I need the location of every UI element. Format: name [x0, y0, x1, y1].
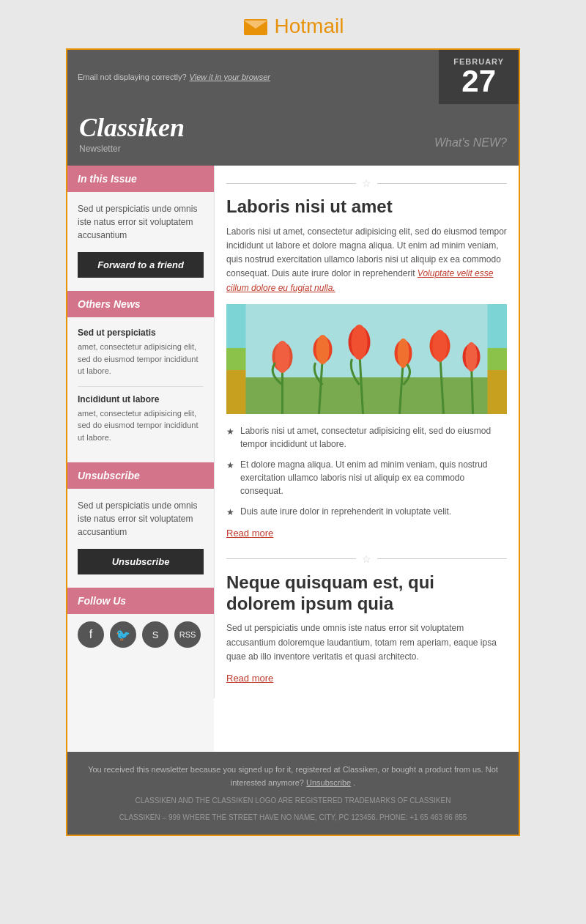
tulip-svg — [226, 304, 507, 414]
sidebar-in-this-issue-text: Sed ut perspiciatis unde omnis iste natu… — [78, 202, 204, 242]
date-day: 27 — [461, 66, 496, 97]
top-bar: Email not displaying correctly? View it … — [67, 50, 519, 104]
footer-trademark-1: CLASSIKEN AND THE CLASSIKEN LOGO ARE REG… — [82, 795, 504, 806]
bullet-text-1: Laboris nisi ut amet, consectetur adipis… — [240, 424, 507, 451]
bullet-item-3: ★ Duis aute irure dolor in reprehenderit… — [226, 505, 507, 519]
tulip-image — [226, 304, 507, 414]
article-1-bullets: ★ Laboris nisi ut amet, consectetur adip… — [226, 424, 507, 519]
footer-trademark-2: CLASSIKEN – 999 WHERE THE STREET HAVE NO… — [82, 812, 504, 823]
hotmail-logo-icon — [242, 16, 269, 37]
article-2-read-more[interactable]: Read more — [226, 673, 273, 684]
article-divider-1: ☆ — [226, 177, 507, 189]
bullet-text-3: Duis aute irure dolor in reprehenderit i… — [240, 505, 451, 519]
email-container: Email not displaying correctly? View it … — [66, 48, 520, 836]
footer-unsubscribe-link[interactable]: Unsubscribe — [306, 778, 351, 787]
email-footer: You received this newsletter because you… — [67, 752, 519, 835]
brand-subtitle: Newsletter — [79, 144, 185, 154]
sidebar-unsubscribe-content: Sed ut perspiciatis unde omnis iste natu… — [67, 489, 214, 588]
sidebar: In this Issue Sed ut perspiciatis unde o… — [67, 166, 214, 752]
sidebar-news-body-2: amet, consectetur adipisicing elit, sed … — [78, 407, 204, 444]
sidebar-divider-1 — [78, 386, 204, 387]
date-box: FEBRUARY 27 — [439, 50, 519, 104]
sidebar-unsubscribe-header: Unsubscribe — [67, 462, 214, 489]
whats-new: What's NEW? — [434, 136, 507, 154]
svg-point-22 — [466, 342, 478, 372]
sidebar-news-body-1: amet, consectetur adipisicing elit, sed … — [78, 341, 204, 377]
brand-info: Classiken Newsletter — [79, 114, 185, 154]
bullet-star-2: ★ — [226, 459, 234, 498]
bullet-star-1: ★ — [226, 425, 234, 451]
article-divider-2: ☆ — [226, 553, 507, 565]
svg-point-12 — [275, 341, 290, 373]
divider-line-left-1 — [226, 183, 356, 184]
svg-point-16 — [352, 325, 368, 360]
forward-to-friend-button[interactable]: Forward to a friend — [78, 252, 204, 278]
bullet-item-2: ★ Et dolore magna aliqua. Ut enim ad min… — [226, 458, 507, 498]
unsubscribe-button[interactable]: Unsubscribe — [78, 549, 204, 574]
divider-line-right-2 — [377, 558, 507, 559]
article-1-body: Laboris nisi ut amet, consectetur adipis… — [226, 225, 507, 295]
sidebar-in-this-issue-content: Sed ut perspiciatis unde omnis iste natu… — [67, 192, 214, 291]
divider-star-2: ☆ — [362, 553, 371, 565]
footer-main-text: You received this newsletter because you… — [82, 764, 504, 789]
article-1-title: Laboris nisi ut amet — [226, 196, 507, 218]
view-in-browser-link[interactable]: View it in your browser — [190, 73, 270, 81]
twitter-icon[interactable]: 🐦 — [110, 621, 136, 648]
top-bar-notice: Email not displaying correctly? View it … — [67, 50, 439, 104]
bullet-star-3: ★ — [226, 506, 234, 519]
sidebar-news-title-1: Sed ut perspiciatis — [78, 328, 204, 338]
svg-point-14 — [316, 335, 330, 364]
article-2-body: Sed ut perspiciatis unde omnis iste natu… — [226, 621, 507, 664]
brand-name: Classiken — [79, 114, 185, 141]
main-content: ☆ Laboris nisi ut amet Laboris nisi ut a… — [214, 166, 519, 698]
article-1-read-more[interactable]: Read more — [226, 528, 273, 539]
sidebar-news-title-2: Incididunt ut labore — [78, 394, 204, 404]
sidebar-unsubscribe-text: Sed ut perspiciatis unde omnis iste natu… — [78, 499, 204, 539]
brand-header: Classiken Newsletter What's NEW? — [67, 104, 519, 166]
hotmail-header: Hotmail — [242, 15, 344, 38]
facebook-icon[interactable]: f — [78, 621, 104, 648]
rss-icon[interactable]: RSS — [174, 621, 201, 648]
sidebar-follow-us-header: Follow Us — [67, 588, 214, 614]
article-2-title: Neque quisquam est, qui dolorem ipsum qu… — [226, 572, 507, 615]
hotmail-title: Hotmail — [275, 15, 344, 38]
social-icons-container: f 🐦 S RSS — [67, 614, 214, 658]
sidebar-news-item-2: Incididunt ut labore amet, consectetur a… — [78, 394, 204, 444]
skype-icon[interactable]: S — [142, 621, 168, 648]
divider-line-right-1 — [377, 183, 507, 184]
bullet-item-1: ★ Laboris nisi ut amet, consectetur adip… — [226, 424, 507, 451]
divider-line-left-2 — [226, 558, 356, 559]
sidebar-news-item-1: Sed ut perspiciatis amet, consectetur ad… — [78, 328, 204, 377]
sidebar-others-news-header: Others News — [67, 291, 214, 317]
bullet-text-2: Et dolore magna aliqua. Ut enim ad minim… — [240, 458, 507, 498]
sidebar-others-news-content: Sed ut perspiciatis amet, consectetur ad… — [67, 317, 214, 462]
svg-point-18 — [398, 339, 409, 368]
divider-star-1: ☆ — [362, 177, 371, 189]
svg-point-20 — [433, 330, 448, 362]
sidebar-in-this-issue-header: In this Issue — [67, 166, 214, 192]
body-layout: In this Issue Sed ut perspiciatis unde o… — [67, 166, 519, 752]
